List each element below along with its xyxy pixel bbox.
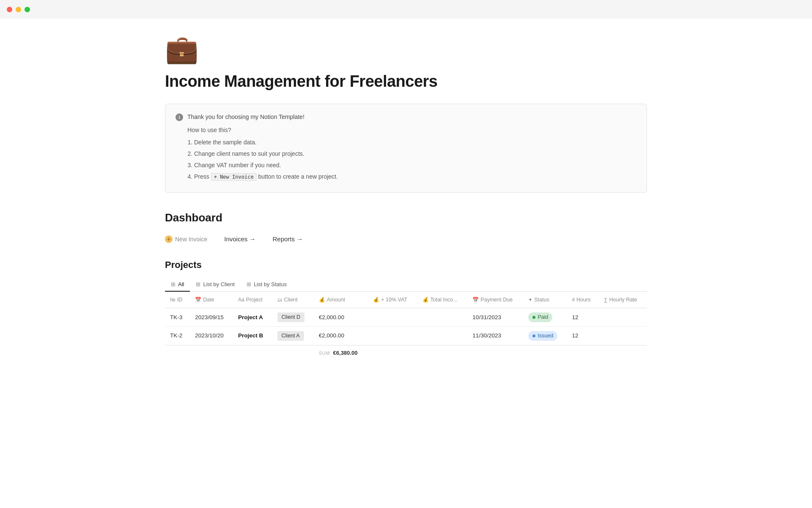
cell-hours: 12 [567, 308, 599, 327]
sum-label: SUM [319, 351, 330, 356]
col-hours: #Hours [567, 292, 599, 308]
tab-status-icon: ⊞ [247, 281, 251, 287]
new-invoice-code: + New Invoice [211, 173, 257, 181]
cell-id: TK-2 [165, 327, 190, 345]
status-label: Issued [538, 332, 553, 340]
cell-date: 2023/10/20 [190, 327, 233, 345]
col-hourly-rate: ∑Hourly Rate [599, 292, 647, 308]
step-4: Press + New Invoice button to create a n… [194, 172, 636, 181]
sum-amount: SUM €6,380.00 [314, 345, 368, 360]
main-content: 💼 Income Management for Freelancers i Th… [131, 19, 681, 394]
col-status: ✦Status [523, 292, 567, 308]
col-id: №ID [165, 292, 190, 308]
table-header-row: №ID 📅Date AaProject 🗂Client 💰Amount 💰+ 1… [165, 292, 647, 308]
titlebar [0, 0, 812, 19]
page-title: Income Management for Freelancers [165, 69, 647, 94]
col-total: 💰Total Inco... [417, 292, 468, 308]
tab-all-label: All [178, 281, 184, 287]
projects-table-container: №ID 📅Date AaProject 🗂Client 💰Amount 💰+ 1… [165, 292, 647, 361]
info-box-steps: Delete the sample data. Change client na… [187, 138, 636, 181]
cell-hours: 12 [567, 327, 599, 345]
projects-table: №ID 📅Date AaProject 🗂Client 💰Amount 💰+ 1… [165, 292, 647, 361]
cell-id: TK-3 [165, 308, 190, 327]
tab-list-by-status[interactable]: ⊞ List by Status [241, 278, 293, 292]
step-2: Change client names to suit your project… [194, 149, 636, 158]
cell-amount: €2,000.00 [314, 327, 368, 345]
cell-hourly-rate [599, 327, 647, 345]
cell-payment-due: 10/31/2023 [467, 308, 523, 327]
info-box-subheader: How to use this? [187, 126, 636, 135]
reports-link[interactable]: Reports → [272, 235, 303, 244]
tab-client-label: List by Client [203, 281, 234, 287]
tab-all[interactable]: ⊞ All [165, 278, 190, 292]
cell-vat [368, 308, 417, 327]
step-3: Change VAT number if you need. [194, 161, 636, 170]
sum-empty [165, 345, 314, 360]
tab-client-icon: ⊞ [196, 281, 200, 287]
info-box: i Thank you for choosing my Notion Templ… [165, 104, 647, 193]
cell-payment-due: 11/30/2023 [467, 327, 523, 345]
dashboard-title: Dashboard [165, 210, 647, 226]
step-1: Delete the sample data. [194, 138, 636, 147]
minimize-button[interactable] [16, 7, 21, 12]
new-invoice-button[interactable]: + New Invoice [165, 235, 207, 243]
invoices-link[interactable]: Invoices → [224, 235, 255, 244]
sum-row: SUM €6,380.00 [165, 345, 647, 360]
tab-status-label: List by Status [254, 281, 287, 287]
status-dot [532, 316, 535, 319]
col-client: 🗂Client [272, 292, 314, 308]
col-payment-due: 📅Payment Due [467, 292, 523, 308]
status-label: Paid [538, 313, 548, 321]
plus-icon: + [165, 235, 173, 243]
cell-amount: €2,000.00 [314, 308, 368, 327]
cell-project: Project A [233, 308, 272, 327]
status-dot [532, 334, 535, 337]
new-invoice-label: New Invoice [175, 236, 207, 243]
table-row[interactable]: TK-2 2023/10/20 Project B Client A €2,00… [165, 327, 647, 345]
info-box-header: i Thank you for choosing my Notion Templ… [176, 113, 636, 121]
cell-vat [368, 327, 417, 345]
projects-tabs: ⊞ All ⊞ List by Client ⊞ List by Status [165, 278, 647, 292]
step-4-suffix: button to create a new project. [258, 173, 338, 180]
close-button[interactable] [7, 7, 12, 12]
tab-list-by-client[interactable]: ⊞ List by Client [190, 278, 240, 292]
cell-date: 2023/09/15 [190, 308, 233, 327]
cell-project: Project B [233, 327, 272, 345]
info-icon: i [176, 113, 183, 121]
page-icon: 💼 [165, 36, 647, 63]
col-amount: 💰Amount [314, 292, 368, 308]
cell-total [417, 327, 468, 345]
cell-hourly-rate [599, 308, 647, 327]
col-date: 📅Date [190, 292, 233, 308]
dashboard-links: + New Invoice Invoices → Reports → [165, 235, 647, 244]
info-box-header-text: Thank you for choosing my Notion Templat… [187, 113, 304, 121]
cell-client: Client D [272, 308, 314, 327]
cell-client: Client A [272, 327, 314, 345]
projects-title: Projects [165, 258, 647, 272]
cell-total [417, 308, 468, 327]
step-4-prefix: Press [194, 173, 209, 180]
col-vat: 💰+ 10% VAT [368, 292, 417, 308]
fullscreen-button[interactable] [25, 7, 30, 12]
cell-status: Paid [523, 308, 567, 327]
sum-value: €6,380.00 [333, 350, 358, 356]
sum-rest [368, 345, 647, 360]
col-project: AaProject [233, 292, 272, 308]
table-row[interactable]: TK-3 2023/09/15 Project A Client D €2,00… [165, 308, 647, 327]
cell-status: Issued [523, 327, 567, 345]
tab-all-icon: ⊞ [171, 281, 176, 287]
